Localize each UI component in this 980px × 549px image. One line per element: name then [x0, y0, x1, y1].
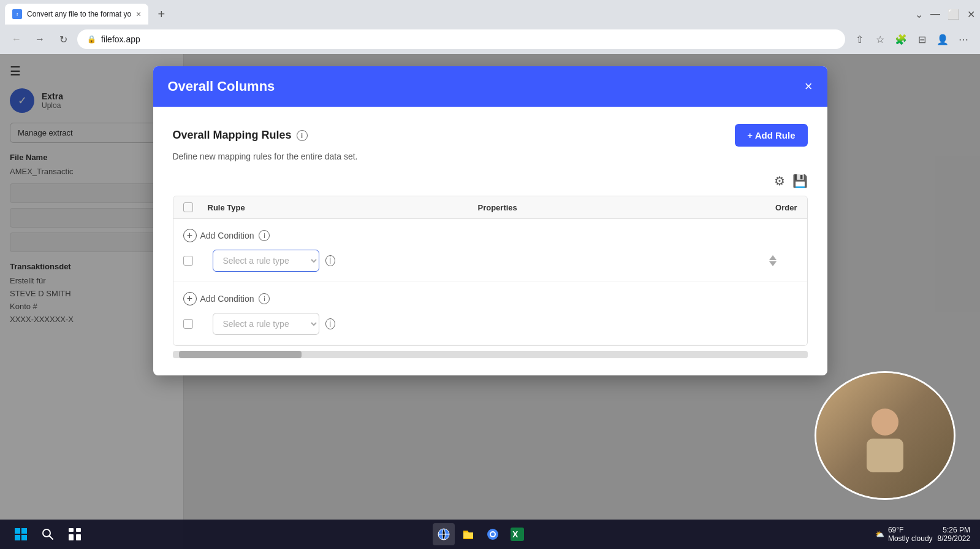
taskbar-right: ⛅ 69°F Mostly cloudy 5:26 PM 8/29/2022: [875, 526, 970, 543]
order-up-arrow-1[interactable]: [769, 255, 777, 260]
mapping-rules-header: Overall Mapping Rules i + Add Rule: [173, 124, 808, 147]
svg-rect-13: [76, 534, 81, 540]
add-condition-info-icon-2[interactable]: i: [259, 293, 270, 304]
mapping-rules-info-icon[interactable]: i: [297, 130, 308, 141]
tab-title: Convert any file to the format yo: [27, 10, 131, 18]
rule-row-2: Select a rule type i: [183, 313, 797, 335]
svg-rect-3: [867, 439, 903, 472]
weather-desc: Mostly cloudy: [888, 534, 933, 543]
extensions-icon[interactable]: 🧩: [892, 30, 910, 48]
taskbar-files-icon[interactable]: [457, 523, 479, 545]
table-header: Rule Type Properties Order: [173, 196, 807, 219]
rule-checkbox-1[interactable]: [183, 256, 193, 266]
taskbar: X ⛅ 69°F Mostly cloudy 5:26 PM 8/29/2022: [0, 520, 980, 549]
taskbar-time: 5:26 PM: [943, 526, 970, 534]
rules-table: Rule Type Properties Order + Add Conditi…: [173, 196, 808, 346]
svg-rect-12: [69, 534, 74, 540]
address-text: filefox.app: [101, 34, 140, 44]
save-icon[interactable]: 💾: [792, 174, 808, 188]
rule-select-info-icon-2[interactable]: i: [325, 318, 335, 329]
taskbar-center: X: [433, 523, 528, 545]
taskbar-left: [10, 523, 86, 545]
horizontal-scrollbar[interactable]: [173, 351, 808, 358]
modal-dialog: Overall Columns × Overall Mapping Rules …: [153, 66, 827, 375]
add-condition-button-1[interactable]: + Add Condition: [183, 229, 254, 242]
tab-bar: f Convert any file to the format yo × + …: [0, 0, 980, 25]
rule-select-container-2: Select a rule type i: [213, 313, 335, 335]
add-condition-button-2[interactable]: + Add Condition: [183, 292, 254, 305]
svg-rect-4: [15, 528, 20, 534]
rule-section-1: + Add Condition i Select a rule type: [173, 219, 807, 282]
menu-icon[interactable]: ⋯: [954, 30, 973, 48]
add-rule-button[interactable]: + Add Rule: [735, 124, 807, 147]
svg-text:X: X: [512, 529, 518, 539]
settings-icon[interactable]: ⚙: [774, 174, 785, 188]
taskbar-search-icon[interactable]: [37, 523, 59, 545]
address-input[interactable]: 🔒 filefox.app: [77, 29, 845, 49]
tab-dropdown-icon[interactable]: ⌄: [915, 9, 923, 20]
rule-select-info-icon-1[interactable]: i: [325, 255, 335, 266]
svg-point-18: [491, 532, 495, 536]
toolbar-right: ⚙ 💾: [173, 174, 808, 188]
back-button[interactable]: ←: [7, 30, 26, 48]
svg-rect-5: [21, 528, 27, 534]
minimize-icon[interactable]: —: [930, 9, 940, 20]
add-condition-info-icon-1[interactable]: i: [259, 230, 270, 241]
rule-type-select-2[interactable]: Select a rule type: [213, 313, 319, 335]
rule-type-select-1[interactable]: Select a rule type: [213, 250, 319, 272]
taskbar-browser-icon[interactable]: [433, 523, 455, 545]
svg-point-2: [872, 409, 898, 436]
add-condition-label-2: Add Condition: [200, 294, 254, 304]
order-arrows-1[interactable]: [748, 255, 797, 266]
windows-start-button[interactable]: [10, 523, 32, 545]
add-condition-row-1: + Add Condition i: [183, 229, 797, 242]
restore-icon[interactable]: ⬜: [948, 9, 960, 20]
plus-circle-icon-2: +: [183, 292, 197, 305]
modal-close-button[interactable]: ×: [805, 79, 813, 94]
plus-circle-icon-1: +: [183, 229, 197, 242]
scroll-thumb[interactable]: [179, 351, 302, 358]
rule-checkbox-2[interactable]: [183, 319, 193, 329]
modal-header: Overall Columns ×: [153, 66, 827, 107]
tab-favicon: f: [12, 9, 22, 19]
mapping-rules-title-container: Overall Mapping Rules i: [173, 129, 308, 142]
add-condition-label-1: Add Condition: [200, 231, 254, 240]
taskbar-chrome-icon[interactable]: [482, 523, 504, 545]
clock-widget: 5:26 PM 8/29/2022: [938, 526, 970, 543]
browser-chrome: f Convert any file to the format yo × + …: [0, 0, 980, 54]
new-tab-button[interactable]: +: [152, 5, 170, 23]
svg-line-9: [50, 536, 53, 540]
table-body: + Add Condition i Select a rule type: [173, 219, 807, 345]
share-icon[interactable]: ⇧: [850, 30, 868, 48]
sidebar-toggle-icon[interactable]: ⊟: [913, 30, 931, 48]
close-window-icon[interactable]: ✕: [967, 9, 975, 20]
video-overlay: [815, 371, 955, 500]
tab-close-button[interactable]: ×: [136, 9, 141, 19]
rule-section-2: + Add Condition i Select a rule type: [173, 282, 807, 345]
browser-actions: ⇧ ☆ 🧩 ⊟ 👤 ⋯: [850, 30, 973, 48]
active-tab[interactable]: f Convert any file to the format yo ×: [5, 4, 148, 25]
reload-button[interactable]: ↻: [54, 30, 72, 48]
modal-body: Overall Mapping Rules i + Add Rule Defin…: [153, 107, 827, 375]
security-lock-icon: 🔒: [87, 35, 96, 44]
taskbar-taskview-icon[interactable]: [64, 523, 86, 545]
profile-icon[interactable]: 👤: [933, 30, 952, 48]
mapping-rules-title-text: Overall Mapping Rules: [173, 129, 292, 142]
col-rule-type: Rule Type: [208, 203, 478, 212]
svg-rect-6: [15, 535, 20, 540]
select-all-checkbox[interactable]: [183, 202, 193, 212]
modal-title: Overall Columns: [168, 79, 275, 94]
weather-icon: ⛅: [875, 530, 884, 539]
add-condition-row-2: + Add Condition i: [183, 292, 797, 305]
tab-extras: ⌄ — ⬜ ✕: [910, 9, 975, 20]
mapping-rules-description: Define new mapping rules for the entire …: [173, 152, 808, 161]
col-properties: Properties: [478, 203, 748, 212]
webcam-video: [816, 373, 954, 498]
weather-info: 69°F Mostly cloudy: [888, 526, 933, 543]
forward-button[interactable]: →: [31, 30, 49, 48]
taskbar-date: 8/29/2022: [938, 534, 970, 543]
col-order: Order: [748, 203, 797, 212]
bookmark-icon[interactable]: ☆: [871, 30, 889, 48]
order-down-arrow-1[interactable]: [769, 261, 777, 266]
taskbar-excel-icon[interactable]: X: [506, 523, 528, 545]
